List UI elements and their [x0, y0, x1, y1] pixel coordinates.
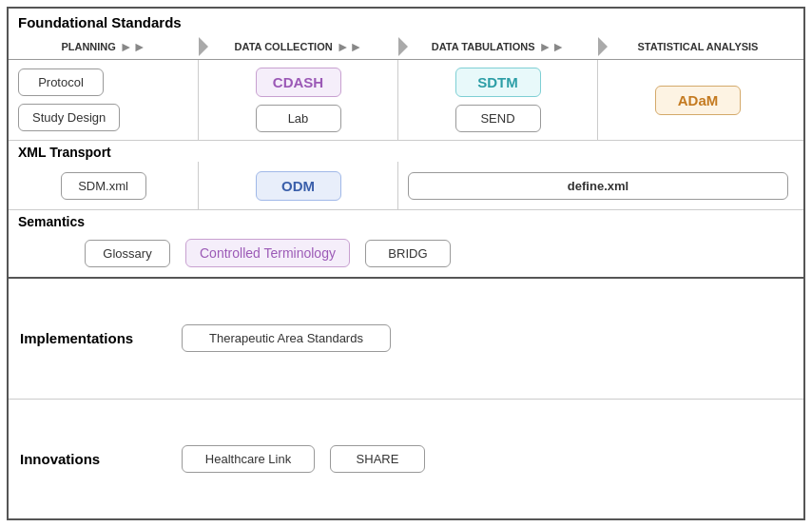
send-box[interactable]: SEND — [455, 105, 541, 132]
adam-box[interactable]: ADaM — [655, 86, 741, 115]
main-container: Foundational Standards PLANNING ►► DATA … — [7, 7, 805, 520]
phase-data-collection: DATA COLLECTION ►► — [199, 34, 398, 59]
bottom-section: Implementations Therapeutic Area Standar… — [9, 279, 803, 518]
phase-headers-row: PLANNING ►► DATA COLLECTION ►► DATA TABU… — [9, 34, 803, 60]
study-design-box[interactable]: Study Design — [18, 104, 120, 131]
semantics-section: Semantics Glossary Controlled Terminolog… — [9, 210, 803, 277]
lab-box[interactable]: Lab — [256, 105, 341, 132]
xml-tabulations-cell: define.xml — [398, 162, 798, 209]
phase-planning: PLANNING ►► — [9, 34, 199, 59]
odm-box[interactable]: ODM — [256, 171, 341, 201]
standards-row-1: Protocol Study Design CDASH Lab SDTM SEN… — [9, 60, 803, 141]
innovations-row: Innovations Healthcare Link SHARE — [9, 400, 803, 519]
protocol-box[interactable]: Protocol — [18, 68, 104, 96]
therapeutic-area-standards-box[interactable]: Therapeutic Area Standards — [182, 324, 391, 352]
glossary-box[interactable]: Glossary — [85, 240, 170, 267]
foundational-title: Foundational Standards — [9, 9, 803, 34]
planning-cell: Protocol Study Design — [9, 60, 199, 140]
implementations-row: Implementations Therapeutic Area Standar… — [9, 279, 803, 400]
arrow-planning: ►► — [120, 39, 146, 54]
innovations-label: Innovations — [20, 451, 163, 467]
implementations-label: Implementations — [20, 330, 163, 346]
implementations-boxes: Therapeutic Area Standards — [182, 324, 391, 352]
xml-collection-cell: ODM — [199, 162, 398, 209]
data-collection-cell: CDASH Lab — [199, 60, 398, 140]
phase-statistical-analysis: STATISTICAL ANALYSIS — [598, 34, 798, 59]
arrow-data-collection: ►► — [337, 39, 363, 54]
bridg-box[interactable]: BRIDG — [365, 240, 451, 267]
semantics-boxes-row: Glossary Controlled Terminology BRIDG — [9, 231, 803, 277]
semantics-label: Semantics — [9, 210, 803, 231]
sdm-xml-box[interactable]: SDM.xml — [61, 172, 146, 200]
cdash-box[interactable]: CDASH — [256, 68, 341, 97]
arrow-data-tabulations: ►► — [539, 39, 566, 54]
xml-row: SDM.xml ODM define.xml — [9, 162, 803, 209]
xml-transport-section: XML Transport SDM.xml ODM define.xml — [9, 141, 803, 210]
xml-transport-label: XML Transport — [9, 141, 803, 162]
controlled-terminology-box[interactable]: Controlled Terminology — [185, 239, 350, 267]
foundational-section: Foundational Standards PLANNING ►► DATA … — [9, 9, 803, 279]
healthcare-link-box[interactable]: Healthcare Link — [182, 445, 315, 473]
define-xml-box[interactable]: define.xml — [408, 172, 788, 200]
phase-data-tabulations: DATA TABULATIONS ►► — [398, 34, 598, 59]
data-tabulations-cell: SDTM SEND — [398, 60, 598, 140]
xml-planning-cell: SDM.xml — [9, 162, 199, 209]
sdtm-box[interactable]: SDTM — [455, 68, 541, 97]
share-box[interactable]: SHARE — [330, 445, 425, 473]
innovations-boxes: Healthcare Link SHARE — [182, 445, 425, 473]
statistical-cell: ADaM — [598, 60, 798, 140]
